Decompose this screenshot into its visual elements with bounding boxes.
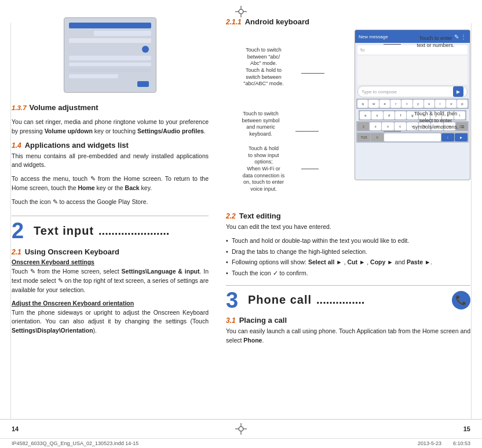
section-14-body3: Touch the icon ✎ to access the Google Pl…	[12, 198, 209, 207]
onscreen-keyboard-settings-label: Onscreen Keyboard settings	[12, 258, 209, 265]
top-crosshair	[235, 6, 247, 19]
main-content: 1.3.7 Volume adjustment You can set ring…	[0, 0, 482, 419]
right-column: 2.1.1 Android keyboard New message ✎ ⋮ T…	[220, 17, 470, 419]
section-14-heading: 1.4 Applications and widgets list	[12, 141, 209, 150]
page-footer: 14 15	[0, 419, 482, 438]
chapter3-heading: 3 Phone call ............... 📞	[226, 285, 470, 311]
arrow-top-right	[384, 44, 401, 45]
section-22-num: 2.2	[226, 212, 236, 220]
svg-point-0	[239, 9, 243, 14]
svg-point-5	[239, 427, 243, 431]
section-22-heading: 2.2 Text editing	[226, 212, 470, 220]
phone-call-icon: 📞	[452, 291, 470, 309]
bottom-bar: IP4582_6033Q_QG_Eng_USA_02_130523.indd 1…	[0, 438, 482, 448]
section-14-num: 1.4	[12, 141, 21, 150]
timestamp-date: 2013-5-23	[418, 440, 441, 446]
bullet-3: Following options will show: Select all …	[226, 258, 470, 267]
section-14-body2: To access the menu, touch ✎ from the Hom…	[12, 174, 209, 193]
section-31-title: Placing a call	[239, 316, 287, 325]
section-137-heading: 1.3.7 Volume adjustment	[12, 103, 209, 115]
annotation-top-right: Touch to entertext or numbers.	[401, 35, 470, 49]
chapter3-num: 3	[226, 289, 243, 311]
chapter2-dots: ......................	[98, 224, 169, 238]
section-211-heading: 2.1.1 Android keyboard	[226, 17, 470, 26]
timestamp-time: 6:10:53	[453, 440, 470, 446]
onscreen-body1: Touch ✎ from the Home screen, select Set…	[12, 267, 209, 294]
text-editing-bullets: Touch and hold or double-tap within the …	[226, 236, 470, 278]
section-31: 3.1 Placing a call You can easily launch…	[226, 316, 470, 345]
left-column: 1.3.7 Volume adjustment You can set ring…	[12, 17, 220, 419]
text-editing-body: You can edit the text you have entered.	[226, 223, 470, 232]
section-31-num: 3.1	[226, 316, 236, 325]
kb-compose-bar: Type to compose ▶	[357, 86, 468, 97]
right-page-num: 15	[463, 425, 470, 432]
section-14-title: Applications and widgets list	[25, 141, 129, 150]
adjust-body: Turn the phone sideways or upright to ad…	[12, 308, 209, 336]
annotation-top-left: Touch to switchbetween "abc/Abc" mode.To…	[226, 47, 301, 88]
bullet-2: Drag the tabs to change the high-lighted…	[226, 247, 470, 257]
annotation-bottom-left: Touch & holdto show inputoptions;When Wi…	[226, 145, 301, 193]
annotation-mid-right: Touch & hold, thenselect to entersymbols…	[401, 111, 470, 131]
section-21-num: 2.1	[12, 248, 21, 256]
page-container: 1.3.7 Volume adjustment You can set ring…	[0, 0, 482, 448]
kb-keys-row4: ?123 ☺ 〈 ▶	[356, 132, 469, 143]
kb-keys-row1: qwertyuiop	[356, 99, 469, 109]
left-margin-line	[10, 23, 11, 419]
kb-msg-area	[357, 56, 468, 85]
footer-crosshairs	[235, 423, 247, 435]
section-21-heading: 2.1 Using Onscreen Keyboard	[12, 247, 209, 256]
section-31-heading: 3.1 Placing a call	[226, 316, 470, 325]
chapter3-dots: ...............	[316, 293, 364, 307]
kb-send-btn: ▶	[453, 86, 463, 97]
arrow-mid-left	[295, 131, 319, 132]
footer-crosshair-left	[235, 423, 247, 435]
phone-screenshot	[64, 17, 156, 93]
timestamp-area: 2013-5-23 6:10:53	[418, 440, 470, 446]
section-14-body1: This menu contains all pre-embedded and …	[12, 152, 209, 170]
left-page-num: 14	[12, 425, 19, 432]
chapter2-heading: 2 Text input ......................	[12, 216, 209, 242]
chapter2-num: 2	[12, 220, 29, 242]
arrow-mid-right	[384, 131, 401, 132]
chapter2-title: Text input	[34, 224, 94, 238]
android-kb-section: 2.1.1 Android keyboard New message ✎ ⋮ T…	[226, 17, 470, 203]
section-22-title: Text editing	[239, 212, 281, 220]
keyboard-screenshot: New message ✎ ⋮ To Type to compose ▶	[355, 30, 470, 180]
chapter3-title: Phone call	[248, 293, 312, 307]
arrow-bottom-left	[301, 169, 319, 169]
section-31-body: You can easily launch a call using phone…	[226, 327, 470, 345]
right-margin-line	[471, 23, 472, 419]
adjust-orientation-label: Adjust the Onscreen Keyboard orientation	[12, 300, 209, 307]
bullet-1: Touch and hold or double-tap within the …	[226, 236, 470, 246]
section-211-num: 2.1.1	[226, 18, 242, 26]
section-21-title: Using Onscreen Keyboard	[25, 247, 119, 256]
file-info: IP4582_6033Q_QG_Eng_USA_02_130523.indd 1…	[12, 440, 138, 446]
section-137-num: 1.3.7	[12, 104, 27, 111]
section-137-title: Volume adjustment	[30, 103, 98, 112]
section-211-title: Android keyboard	[245, 17, 309, 26]
annotation-mid-left: Touch to switchbetween symboland numeric…	[226, 111, 295, 138]
section-137-body: You can set ringer, media and phone ring…	[12, 118, 209, 136]
arrow-top-left	[301, 73, 324, 74]
section-22: 2.2 Text editing You can edit the text y…	[226, 212, 470, 278]
bullet-4: Touch the icon ✓ to confirm.	[226, 269, 470, 278]
keyboard-diagram: New message ✎ ⋮ To Type to compose ▶	[226, 30, 470, 203]
